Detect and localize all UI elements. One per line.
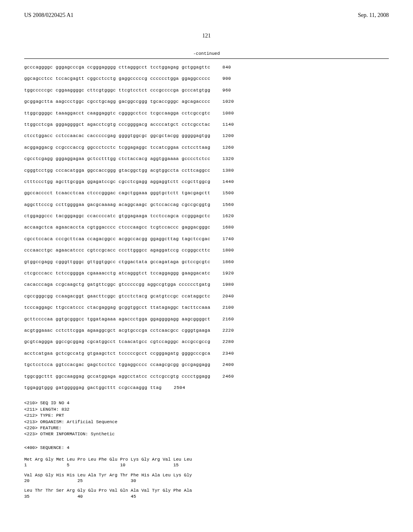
metadata-line: <213> ORGANISM: Artificial Sequence — [24, 419, 389, 425]
sequence-groups: gcgtcaggga ggccgcggag cgcatggcct tcaacat… — [24, 337, 211, 347]
sequence-position: 1140 — [223, 119, 234, 130]
sequence-position: 1020 — [223, 96, 234, 107]
protein-position-row: 35 40 45 — [24, 494, 389, 499]
sequence-position: 2040 — [223, 291, 234, 301]
protein-position-row: 1 5 10 15 — [24, 462, 389, 468]
sequence-row: accaagctca agaacaccta cgtggacccc ctcccaa… — [24, 222, 389, 233]
sequence-groups: ctttccctgg agcttgcgga ggagatccgc cgcctcg… — [24, 177, 211, 187]
page-header: US 2008/0220425 A1 Sep. 11, 2008 — [24, 12, 389, 19]
sequence-position: 1620 — [223, 211, 234, 221]
sequence-row: cgccgggcgg ccaagacggt gaacttcggc gtcctct… — [24, 291, 389, 301]
sequence-row: gcttccccaa ggtgcgggcc tggatagaaa agaccct… — [24, 314, 389, 324]
sequence-row: cccaacctgc agaacatccc cgtccgcacc cccttgg… — [24, 245, 389, 256]
sequence-position: 1980 — [223, 279, 234, 290]
sequence-row: tgctcctcca ggtccacgac gagctcctcc tggaggc… — [24, 360, 389, 370]
sequence-position: 2460 — [223, 371, 234, 382]
sequence-row: cgcctccaca cccgcttcaa ccagacggcc acggcca… — [24, 234, 389, 244]
sequence-position: 1380 — [223, 165, 234, 176]
protein-aa-row: Met Arg Gly Met Leu Pro Leu Phe Glu Pro … — [24, 457, 389, 462]
sequence-groups: acggaggacg ccgcccaccg ggccctcctc tcggaga… — [24, 142, 211, 153]
sequence-position: 2160 — [223, 314, 234, 324]
publication-number: US 2008/0220425 A1 — [24, 12, 73, 19]
sequence-row: cgcctcgagg gggaggagaa gctcctttgg ctctacc… — [24, 154, 389, 164]
sequence-row: ctggaggccc tacgggaggc ccaccccatc gtggaga… — [24, 211, 389, 221]
metadata-line: <223> OTHER INFORMATION: Synthetic — [24, 431, 389, 437]
sequence-position: 2340 — [223, 348, 234, 359]
sequence-position: 1920 — [223, 268, 234, 278]
sequence-position: 1500 — [223, 188, 234, 198]
sequence-groups: cgggtcctgg cccacatgga ggccaccggg gtacggc… — [24, 165, 211, 176]
sequence-position: 2280 — [223, 337, 234, 347]
metadata-line: <220> FEATURE: — [24, 425, 389, 431]
sequence-position: 960 — [223, 85, 231, 96]
sequence-position: 2400 — [223, 360, 234, 370]
sequence-row: ggcagcctcc tccacgagtt cggcctcctg gaggccc… — [24, 73, 389, 84]
sequence-groups: gcttccccaa ggtgcgggcc tggatagaaa agaccct… — [24, 314, 211, 324]
sequence-row: acgtggaaac cctcttcgga agaaggcgct acgtgcc… — [24, 325, 389, 336]
sequence-groups: tggcccccgc cggaaggggc cttcgtgggc ttcgtcc… — [24, 85, 211, 96]
sequence-position: 900 — [223, 73, 231, 84]
sequence-position: 1680 — [223, 222, 234, 233]
continued-label: -continued — [24, 51, 389, 56]
sequence-groups: ttggcggggc taaaggacct caaggaggtc cggggcc… — [24, 108, 211, 118]
metadata-line: <211> LENGTH: 832 — [24, 407, 389, 413]
sequence-row: ctcctggacc cctccaacac cacccccgag ggggtgg… — [24, 131, 389, 141]
sequence-groups: tcccaggagc ttgccatccc ctacgaggag gcggtgg… — [24, 302, 211, 313]
sequence-row: cacacccaga ccgcaagctg gatgttcggc gtccccc… — [24, 279, 389, 290]
sequence-position: 1200 — [223, 131, 234, 141]
sequence-row: gcggagctta aagccctggc cgcctgcagg gacggcc… — [24, 96, 389, 107]
sequence-groups: ctggaggccc tacgggaggc ccaccccatc gtggaga… — [24, 211, 211, 221]
sequence-groups: accaagctca agaacaccta cgtggacccc ctcccaa… — [24, 222, 211, 233]
sequence-position: 1860 — [223, 257, 234, 267]
sequence-groups: tgctcctcca ggtccacgac gagctcctcc tggaggc… — [24, 360, 211, 370]
sequence-row: ctttccctgg agcttgcgga ggagatccgc cgcctcg… — [24, 177, 389, 187]
sequence-row: ggccacccct tcaacctcaa ctcccgggac cagctgg… — [24, 188, 389, 198]
sequence-groups: tggcggcttt ggccaaggag gccatggaga aggccta… — [24, 371, 211, 382]
sequence-position: 1560 — [223, 200, 234, 210]
sequence-groups: cgccgggcgg ccaagacggt gaacttcggc gtcctct… — [24, 291, 211, 301]
sequence-groups: ggccacccct tcaacctcaa ctcccgggac cagctgg… — [24, 188, 211, 198]
sequence-row: acggaggacg ccgcccaccg ggccctcctc tcggaga… — [24, 142, 389, 153]
sequence-groups: gcggagctta aagccctggc cgcctgcagg gacggcc… — [24, 96, 211, 107]
sequence-row: tcccaggagc ttgccatccc ctacgaggag gcggtgg… — [24, 302, 389, 313]
sequence-position: 2220 — [223, 325, 234, 336]
metadata-line: <212> TYPE: PRT — [24, 413, 389, 419]
sequence-row: gtggccgagg cgggttgggc gttggtggcc ctggact… — [24, 257, 389, 267]
sequence-groups: aggcttcccg ccttggggaa gacgcaaaag acaggca… — [24, 200, 211, 210]
sequence-groups: ttggcctcga gggaggggct agacctcgtg cccgggg… — [24, 119, 211, 130]
sequence-row: gcccaggggc gggagcccga ccgggagggg cttaggg… — [24, 62, 389, 73]
sequence-groups: ctcctggacc cctccaacac cacccccgag ggggtgg… — [24, 131, 211, 141]
sequence-position: 1320 — [223, 154, 234, 164]
sequence-position: 1260 — [223, 142, 234, 153]
sequence-position: 2100 — [223, 302, 234, 313]
divider-line — [24, 58, 389, 59]
page-number: 121 — [24, 33, 389, 39]
sequence-position: 1080 — [223, 108, 234, 118]
sequence-position: 1740 — [223, 234, 234, 244]
protein-sequence-block: Met Arg Gly Met Leu Pro Leu Phe Glu Pro … — [24, 457, 389, 499]
sequence-row: cgggtcctgg cccacatgga ggccaccggg gtacggc… — [24, 165, 389, 176]
sequence-groups: cgcctccaca cccgcttcaa ccagacggcc acggcca… — [24, 234, 211, 244]
protein-aa-row: Leu Thr Thr Ser Arg Gly Glu Pro Val Gln … — [24, 488, 389, 493]
sequence-groups: cccaacctgc agaacatccc cgtccgcacc cccttgg… — [24, 245, 211, 256]
sequence-row: tggcccccgc cggaaggggc cttcgtgggc ttcgtcc… — [24, 85, 389, 96]
sequence-groups: ctcgcccacc tctccgggga cgaaaacctg atcaggg… — [24, 268, 211, 278]
sequence-groups: gtggccgagg cgggttgggc gttggtggcc ctggact… — [24, 257, 211, 267]
sequence-position: 840 — [223, 62, 231, 73]
sequence-row: ttggcggggc taaaggacct caaggaggtc cggggcc… — [24, 108, 389, 118]
sequence-metadata: <210> SEQ ID NO 4<211> LENGTH: 832<212> … — [24, 400, 389, 437]
publication-date: Sep. 11, 2008 — [358, 12, 389, 19]
sequence-row: gcgtcaggga ggccgcggag cgcatggcct tcaacat… — [24, 337, 389, 347]
sequence-groups: acctcatgaa gctcgccatg gtgaagctct tcccccg… — [24, 348, 211, 359]
sequence-400-label: <400> SEQUENCE: 4 — [24, 445, 389, 451]
dna-sequence-block: gcccaggggc gggagcccga ccgggagggg cttaggg… — [24, 62, 389, 393]
sequence-row: ctcgcccacc tctccgggga cgaaaacctg atcaggg… — [24, 268, 389, 278]
sequence-position: 2504 — [174, 382, 185, 393]
sequence-position: 1440 — [223, 177, 234, 187]
protein-aa-row: Val Asp Gly His His Leu Ala Tyr Arg Thr … — [24, 472, 389, 478]
sequence-row: ttggcctcga gggaggggct agacctcgtg cccgggg… — [24, 119, 389, 130]
sequence-position: 1800 — [223, 245, 234, 256]
sequence-row: acctcatgaa gctcgccatg gtgaagctct tcccccg… — [24, 348, 389, 359]
sequence-groups: ggcagcctcc tccacgagtt cggcctcctg gaggccc… — [24, 73, 211, 84]
sequence-row: tggcggcttt ggccaaggag gccatggaga aggccta… — [24, 371, 389, 382]
